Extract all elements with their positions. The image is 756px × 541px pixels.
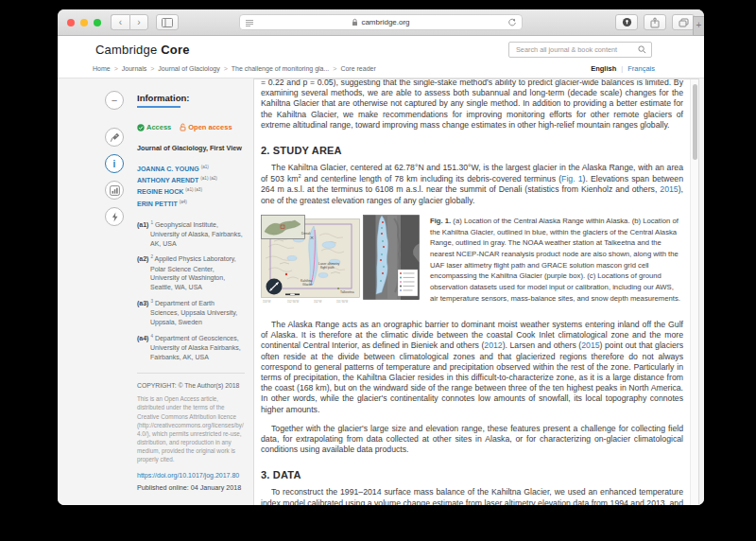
map-label-denali: Denali <box>301 232 311 236</box>
doi-link[interactable]: https://doi.org/10.1017/jog.2017.80 <box>137 472 245 479</box>
pen-icon <box>110 132 120 143</box>
author-link[interactable]: JOANNA C. YOUNG (a1) <box>137 164 245 175</box>
check-circle-icon <box>137 124 145 131</box>
citation-link[interactable]: 2012 <box>484 340 502 350</box>
author-link[interactable]: REGINE HOCK (a1) (a3) <box>137 186 245 198</box>
citation-link[interactable]: 2015 <box>581 340 599 350</box>
map-label-talkeetna: Talkeetna <box>340 290 354 294</box>
access-label: Access <box>146 123 171 131</box>
author-link[interactable]: ANTHONY ARENDT (a1) (a2) <box>137 175 245 186</box>
share-button[interactable] <box>644 14 666 30</box>
site-header: Cambridge Core <box>58 36 704 61</box>
breadcrumb-separator: > <box>150 65 154 72</box>
language-french-link[interactable]: Français <box>627 64 655 73</box>
citation-link[interactable]: 2015 <box>660 184 678 194</box>
search-box[interactable] <box>508 42 652 58</box>
window-controls <box>67 19 101 26</box>
close-window-button[interactable] <box>67 19 75 26</box>
figure-caption: Fig. 1. (a) Location of the Central Alas… <box>430 215 683 309</box>
minus-icon: − <box>112 95 117 106</box>
citation-link[interactable]: Fig. 1 <box>561 174 582 183</box>
address-bar[interactable]: cambridge.org <box>239 14 523 30</box>
info-icon: i <box>113 159 116 169</box>
language-english-link[interactable]: English <box>591 64 616 73</box>
talkeetna-marker <box>337 288 339 289</box>
breadcrumb-separator: > <box>333 65 336 72</box>
tabs-icon <box>679 18 689 27</box>
browser-window: ‹ › cambridge.org + <box>58 9 704 505</box>
zoom-window-button[interactable] <box>94 19 101 26</box>
breadcrumb-item[interactable]: Core reader <box>340 65 375 72</box>
sidebar-toggle-button[interactable] <box>156 14 179 30</box>
compass-icon <box>266 278 283 294</box>
map-tick-label: 153°W <box>263 300 271 304</box>
nav-buttons: ‹ › <box>111 14 148 30</box>
published-date: Published online: 04 January 2018 <box>137 483 245 492</box>
share-icon <box>650 17 660 28</box>
information-button[interactable]: i <box>105 154 124 173</box>
information-title: Information: <box>137 93 245 103</box>
language-switcher: English | Français <box>591 64 655 73</box>
collapse-panel-button[interactable]: − <box>105 91 124 110</box>
alaska-inset <box>262 215 305 238</box>
downloads-button[interactable] <box>615 14 638 30</box>
cambridge-core-logo[interactable]: Cambridge Core <box>95 43 190 57</box>
scrollbar-track[interactable] <box>690 79 698 505</box>
metrics-button[interactable] <box>105 181 124 200</box>
text-run: ) point out that glaciers often reside a… <box>261 340 683 413</box>
chart-icon <box>110 185 120 196</box>
refresh-button[interactable] <box>507 18 517 29</box>
open-padlock-icon <box>180 123 186 131</box>
affiliation-item: (a2) 2 Applied Physics Laboratory, Polar… <box>137 254 245 292</box>
downloads-icon <box>622 17 632 27</box>
lightning-icon <box>111 212 119 222</box>
section-heading: 2. STUDY AREA <box>261 145 683 156</box>
author-affil-sup: (a4) <box>180 200 187 204</box>
breadcrumb-item[interactable]: Journals <box>122 65 146 72</box>
affiliation-list: (a1) 1 Geophysical Institute, University… <box>137 220 245 362</box>
reader-tool-column: − i <box>105 91 124 234</box>
actions-button[interactable] <box>105 207 124 226</box>
logo-regular: Cambridge <box>95 43 157 57</box>
article-paragraph: The Kahiltna Glacier, centered at 62.78°… <box>261 163 683 206</box>
text-run: To reconstruct the 1991–2014 surface mas… <box>261 487 683 505</box>
breadcrumb-separator: > <box>114 65 118 72</box>
title-underline <box>137 106 180 108</box>
reader-mode-icon[interactable] <box>245 19 254 29</box>
article-body: = 0.22 and p = 0.05), suggesting that th… <box>261 79 683 505</box>
back-button[interactable]: ‹ <box>111 14 129 30</box>
toolbar-right-buttons <box>615 14 695 30</box>
breadcrumb-item[interactable]: Home <box>93 65 111 72</box>
aws-marker <box>285 273 287 275</box>
scale-bar <box>285 293 300 295</box>
breadcrumb-row: Home>Journals>Journal of Glaciology>The … <box>58 61 704 78</box>
author-affil-sup: (a1) (a3) <box>185 187 202 192</box>
author-link[interactable]: ERIN PETTIT (a4) <box>137 199 245 210</box>
breadcrumb-separator: > <box>224 65 228 72</box>
annotate-button[interactable] <box>105 128 124 147</box>
new-tab-button[interactable]: + <box>693 16 704 36</box>
access-badge[interactable]: Access <box>137 123 171 131</box>
forward-button[interactable]: › <box>129 14 148 30</box>
text-run: and centerline length of 78 km including… <box>301 174 561 183</box>
breadcrumb-item[interactable]: Journal of Glaciology <box>158 65 219 72</box>
search-input[interactable] <box>514 44 634 55</box>
reader-card: = 0.22 and p = 0.05), suggesting that th… <box>253 79 699 505</box>
breadcrumb: Home>Journals>Journal of Glaciology>The … <box>93 65 376 72</box>
tabs-button[interactable] <box>672 14 695 30</box>
language-separator: | <box>621 64 623 73</box>
article-paragraph: Together with the glacier's large size a… <box>261 424 683 456</box>
minimize-window-button[interactable] <box>80 19 88 26</box>
figure-image[interactable]: Denali Laser altimetry flight path Kahil… <box>261 215 420 309</box>
search-icon[interactable] <box>638 45 646 54</box>
breadcrumb-item[interactable]: The challenge of monitoring gla... <box>232 65 330 72</box>
copyright-line: COPYRIGHT: © The Author(s) 2018 <box>137 382 245 389</box>
journal-title[interactable]: Journal of Glaciology, First View <box>137 144 245 152</box>
scrollbar-thumb[interactable] <box>693 84 697 160</box>
lock-icon <box>352 18 358 26</box>
logo-bold: Core <box>161 43 189 57</box>
open-access-badge[interactable]: Open access <box>180 123 232 131</box>
sidebar-toggle-icon <box>162 18 173 27</box>
figure-caption-text: (a) Location of the Central Alaska Range… <box>430 217 680 303</box>
open-access-label: Open access <box>188 123 232 131</box>
